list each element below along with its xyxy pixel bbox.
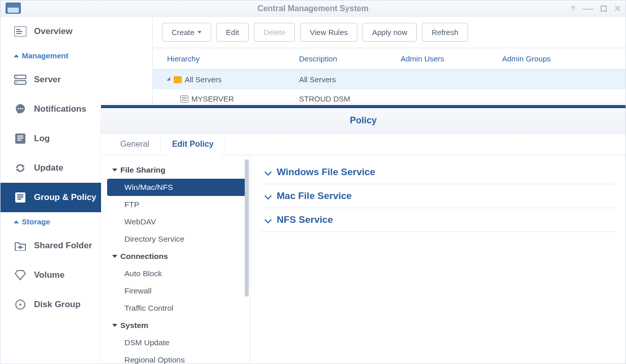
chevron-down-icon xyxy=(197,31,202,34)
column-admin-users[interactable]: Admin Users xyxy=(396,52,497,65)
svg-rect-15 xyxy=(17,140,21,141)
help-icon[interactable]: ? xyxy=(571,5,575,13)
grid-header: Hierarchy Description Admin Users Admin … xyxy=(153,48,625,70)
sidebar-item-label: Overview xyxy=(34,26,73,37)
titlebar: Central Management System ? — ✕ xyxy=(1,1,625,17)
policy-tabs: General Edit Policy xyxy=(101,134,625,155)
caret-up-icon xyxy=(14,220,19,223)
close-icon[interactable]: ✕ xyxy=(614,3,621,14)
tree-group-system[interactable]: System xyxy=(107,317,246,334)
tree-group-connections[interactable]: Connections xyxy=(107,248,246,265)
sidebar-item-label: Shared Folder xyxy=(34,241,92,251)
chevron-down-icon xyxy=(265,169,272,176)
tree-leaf-webdav[interactable]: WebDAV xyxy=(107,213,246,230)
tree-leaf-dsm-update[interactable]: DSM Update xyxy=(107,334,246,351)
cell-description: All Servers xyxy=(294,73,396,86)
svg-rect-18 xyxy=(17,196,23,197)
toolbar: Create Edit Delete View Rules Apply now … xyxy=(153,17,625,48)
accordion-mac-file-service[interactable]: Mac File Service xyxy=(260,184,615,208)
caret-up-icon xyxy=(14,54,19,57)
tree-leaf-directory-service[interactable]: Directory Service xyxy=(107,230,246,248)
disk-icon xyxy=(14,299,27,310)
svg-point-10 xyxy=(20,108,21,110)
svg-point-22 xyxy=(19,304,21,306)
server-icon xyxy=(14,74,27,85)
policy-settings: Windows File Service Mac File Service NF… xyxy=(250,155,625,364)
sidebar-item-overview[interactable]: Overview xyxy=(1,17,152,46)
svg-rect-14 xyxy=(17,138,23,139)
sidebar-section-label: Storage xyxy=(22,217,50,226)
tree-leaf-regional-options[interactable]: Regional Options xyxy=(107,351,246,364)
column-hierarchy[interactable]: Hierarchy xyxy=(162,52,294,65)
app-window: Central Management System ? — ✕ Overview… xyxy=(0,0,626,364)
svg-point-9 xyxy=(18,108,19,110)
accordion-nfs-service[interactable]: NFS Service xyxy=(260,208,615,232)
refresh-button[interactable]: Refresh xyxy=(422,23,468,42)
tree-toggle-icon[interactable] xyxy=(167,77,172,82)
caret-down-icon xyxy=(112,324,117,327)
policy-tree: File Sharing Win/Mac/NFS FTP WebDAV Dire… xyxy=(101,155,250,364)
sidebar-item-label: Update xyxy=(34,163,63,173)
svg-rect-2 xyxy=(16,31,22,32)
svg-rect-3 xyxy=(16,33,21,34)
cell-description: STROUD DSM xyxy=(294,92,396,105)
sidebar-item-server[interactable]: Server xyxy=(1,65,152,94)
svg-rect-19 xyxy=(17,198,21,200)
shared-folder-icon xyxy=(14,240,27,251)
edit-button[interactable]: Edit xyxy=(216,23,249,42)
policy-icon xyxy=(14,192,27,203)
svg-rect-17 xyxy=(17,194,23,195)
app-icon xyxy=(6,3,21,14)
tab-edit-policy[interactable]: Edit Policy xyxy=(161,134,225,155)
tree-group-file-sharing[interactable]: File Sharing xyxy=(107,161,246,179)
volume-icon xyxy=(14,270,27,281)
sidebar-item-label: Disk Group xyxy=(34,300,81,310)
view-rules-button[interactable]: View Rules xyxy=(300,23,357,42)
tree-leaf-auto-block[interactable]: Auto Block xyxy=(107,265,246,282)
overview-icon xyxy=(14,26,27,37)
tree-leaf-ftp[interactable]: FTP xyxy=(107,196,246,213)
log-icon xyxy=(14,133,27,144)
table-row[interactable]: All Servers All Servers xyxy=(153,70,625,89)
delete-button: Delete xyxy=(254,23,295,42)
cell-hierarchy: All Servers xyxy=(185,75,222,84)
sidebar-section-management[interactable]: Management xyxy=(1,46,152,65)
tab-general[interactable]: General xyxy=(109,134,160,155)
sidebar-item-label: Notifications xyxy=(34,104,86,114)
chevron-down-icon xyxy=(265,216,272,223)
svg-point-6 xyxy=(16,77,17,78)
svg-point-11 xyxy=(22,108,23,110)
window-title: Central Management System xyxy=(257,4,369,13)
tree-leaf-traffic-control[interactable]: Traffic Control xyxy=(107,300,246,317)
caret-down-icon xyxy=(112,169,117,172)
tree-leaf-win-mac-nfs[interactable]: Win/Mac/NFS xyxy=(107,179,246,196)
svg-rect-13 xyxy=(17,136,23,137)
accordion-windows-file-service[interactable]: Windows File Service xyxy=(260,160,615,184)
chevron-down-icon xyxy=(265,192,272,200)
apply-now-button[interactable]: Apply now xyxy=(363,23,417,42)
sidebar-item-label: Log xyxy=(34,134,50,144)
svg-point-7 xyxy=(16,82,17,83)
create-button[interactable]: Create xyxy=(162,23,211,42)
policy-panel-header: Policy xyxy=(101,108,625,134)
column-description[interactable]: Description xyxy=(294,52,396,65)
column-admin-groups[interactable]: Admin Groups xyxy=(497,52,599,65)
svg-point-20 xyxy=(19,246,22,249)
svg-rect-1 xyxy=(16,29,20,30)
chat-icon xyxy=(14,104,27,115)
refresh-icon xyxy=(14,162,27,174)
cell-hierarchy: MYSERVER xyxy=(191,94,234,103)
server-node-icon xyxy=(180,95,188,103)
sidebar-section-label: Management xyxy=(22,51,69,60)
caret-down-icon xyxy=(112,255,117,258)
folder-icon xyxy=(174,76,182,83)
policy-panel-title: Policy xyxy=(350,115,377,125)
maximize-icon[interactable] xyxy=(601,6,607,12)
sidebar-item-label: Volume xyxy=(34,270,64,280)
scrollbar[interactable] xyxy=(245,159,249,296)
sidebar-item-label: Group & Policy xyxy=(34,192,96,203)
sidebar-item-label: Server xyxy=(34,75,61,85)
policy-panel: Policy General Edit Policy File Sharing … xyxy=(101,105,625,363)
tree-leaf-firewall[interactable]: Firewall xyxy=(107,282,246,300)
